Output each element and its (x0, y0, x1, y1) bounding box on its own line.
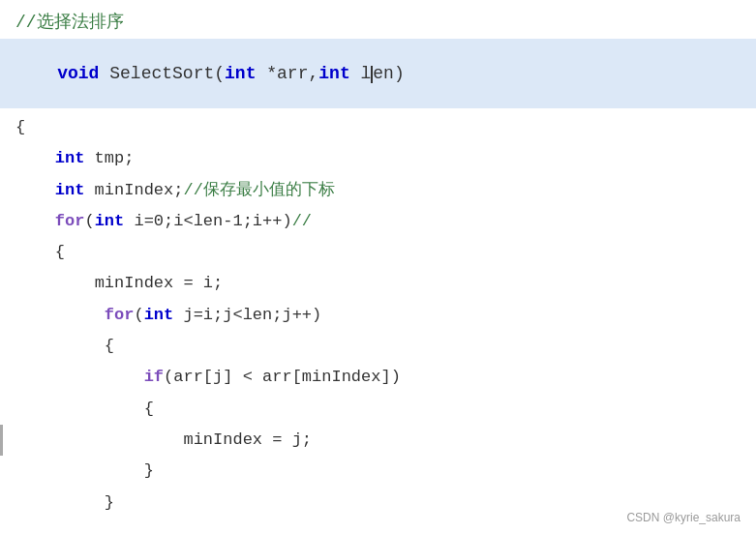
code-body: { int tmp; int minIndex;//保存最小值的下标 for(i… (0, 108, 756, 522)
comment-header: //选择法排序 (0, 0, 756, 39)
kw-int2: int (318, 64, 349, 83)
code-line-10: { (0, 394, 756, 425)
watermark: CSDN @kyrie_sakura (626, 511, 741, 524)
code-line-4: for(int i=0;i<len-1;i++)// (0, 206, 756, 237)
kw-void: void (57, 64, 99, 83)
code-container: //选择法排序 void SelectSort(int *arr,int len… (0, 0, 756, 534)
code-line-6: minIndex = i; (0, 268, 756, 299)
kw-int1: int (225, 64, 256, 83)
code-line-7: for(int j=i;j<len;j++) (0, 300, 756, 331)
code-line-12: } (0, 456, 756, 487)
code-line-9: if(arr[j] < arr[minIndex]) (0, 362, 756, 393)
code-line-3: int minIndex;//保存最小值的下标 (0, 175, 756, 206)
code-line-1: { (0, 112, 756, 143)
function-signature-line: void SelectSort(int *arr,int len) (0, 39, 756, 108)
code-line-8: { (0, 331, 756, 362)
comment-text: //选择法排序 (15, 13, 124, 32)
code-line-2: int tmp; (0, 143, 756, 174)
code-line-11: minIndex = j; (0, 425, 756, 456)
code-line-5: { (0, 237, 756, 268)
